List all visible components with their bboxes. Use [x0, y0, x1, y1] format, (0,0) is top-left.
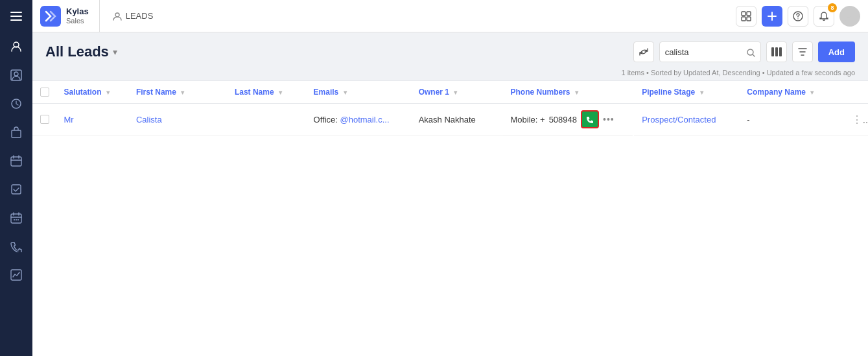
- header-emails[interactable]: Emails ▾: [306, 81, 411, 104]
- svg-point-21: [797, 18, 798, 19]
- sort-lastname-icon: ▾: [279, 89, 282, 96]
- add-button-nav[interactable]: [762, 6, 782, 27]
- main-area: Kylas Sales LEADS: [32, 0, 868, 356]
- nav-actions: 8: [736, 6, 860, 27]
- page-controls: Add: [633, 42, 855, 62]
- phone-more-button[interactable]: •••: [603, 114, 615, 125]
- hamburger-button[interactable]: [0, 0, 32, 32]
- search-box: [659, 42, 761, 62]
- svg-rect-16: [742, 12, 745, 16]
- filter-button[interactable]: [792, 42, 813, 62]
- cell-company: -: [739, 104, 844, 136]
- firstname-link[interactable]: Calista: [136, 115, 162, 125]
- grid-view-button[interactable]: [736, 6, 757, 27]
- header-checkbox-cell: [32, 81, 56, 104]
- svg-rect-9: [12, 185, 21, 194]
- sidebar-item-leads[interactable]: [0, 32, 32, 61]
- cell-owner: Akash Nakhate: [411, 104, 503, 136]
- sidebar-item-tasks[interactable]: [0, 175, 32, 204]
- brand-name: Kylas: [66, 6, 89, 17]
- top-nav: Kylas Sales LEADS: [32, 0, 868, 32]
- header-owner[interactable]: Owner 1 ▾: [411, 81, 503, 104]
- svg-rect-10: [11, 214, 21, 223]
- brand-text: Kylas Sales: [66, 6, 89, 25]
- svg-rect-0: [10, 12, 22, 13]
- search-input[interactable]: [665, 47, 743, 57]
- brand-logo: [40, 6, 61, 27]
- phone-label: Mobile: +: [511, 115, 545, 125]
- nav-module-label: LEADS: [100, 0, 167, 32]
- cell-firstname: Calista: [128, 104, 227, 136]
- sort-emails-icon: ▾: [344, 89, 347, 96]
- leads-table: Salutation ▾ First Name ▾ Last Name ▾: [32, 81, 868, 136]
- sort-company-icon: ▾: [810, 89, 814, 96]
- pipeline-value[interactable]: Prospect/Contacted: [642, 115, 716, 125]
- sidebar-item-contacts[interactable]: [0, 61, 32, 89]
- add-lead-button[interactable]: Add: [818, 42, 855, 62]
- sidebar: [0, 0, 32, 356]
- sort-salutation-icon: ▾: [106, 89, 110, 96]
- sort-pipeline-icon: ▾: [700, 89, 703, 96]
- header-company[interactable]: Company Name ▾: [739, 81, 844, 104]
- table-body: Mr Calista Office: @hotmail.c... Akash N…: [32, 104, 868, 136]
- header-firstname[interactable]: First Name ▾: [128, 81, 227, 104]
- cell-phone: Mobile: + 508948 •••: [503, 104, 633, 136]
- header-pipeline[interactable]: Pipeline Stage ▾: [634, 81, 739, 104]
- svg-point-5: [14, 72, 18, 76]
- page-title: All Leads: [45, 43, 109, 60]
- svg-rect-8: [11, 157, 21, 166]
- svg-rect-19: [747, 17, 751, 21]
- table-wrapper: Salutation ▾ First Name ▾ Last Name ▾: [32, 80, 868, 356]
- search-icon: [747, 47, 755, 56]
- row-actions-button[interactable]: ⋮: [852, 114, 868, 125]
- salutation-link[interactable]: Mr: [64, 115, 73, 125]
- svg-point-22: [847, 12, 852, 17]
- row-checkbox[interactable]: [40, 115, 49, 124]
- user-avatar[interactable]: [839, 6, 860, 27]
- help-button[interactable]: [788, 6, 808, 27]
- sidebar-item-activities[interactable]: [0, 147, 32, 175]
- brand-subtitle: Sales: [66, 17, 89, 25]
- email-label: Office:: [314, 115, 338, 125]
- svg-rect-26: [779, 47, 782, 56]
- select-all-checkbox[interactable]: [40, 88, 49, 97]
- content-area: All Leads ▾: [32, 32, 868, 356]
- svg-point-12: [16, 219, 17, 220]
- module-label-text: LEADS: [126, 11, 154, 21]
- svg-rect-17: [747, 12, 751, 16]
- header-phone[interactable]: Phone Numbers ▾: [503, 81, 635, 104]
- sort-phone-icon: ▾: [575, 89, 578, 96]
- sort-firstname-icon: ▾: [181, 89, 184, 96]
- svg-point-13: [18, 219, 19, 220]
- cell-pipeline: Prospect/Contacted: [634, 104, 739, 136]
- title-dropdown-icon[interactable]: ▾: [113, 47, 117, 57]
- table-row: Mr Calista Office: @hotmail.c... Akash N…: [32, 104, 868, 136]
- cell-row-actions: ⋮: [844, 104, 868, 136]
- sidebar-item-deals[interactable]: [0, 89, 32, 118]
- page-header: All Leads ▾: [32, 32, 868, 67]
- svg-rect-2: [10, 19, 22, 21]
- nav-module-icon: [113, 11, 122, 21]
- header-salutation[interactable]: Salutation ▾: [56, 81, 128, 104]
- svg-rect-18: [742, 17, 745, 21]
- status-bar: 1 items • Sorted by Updated At, Descendi…: [32, 67, 868, 80]
- cell-lastname: [227, 104, 306, 136]
- cell-salutation: Mr: [56, 104, 128, 136]
- header-actions: [844, 81, 868, 104]
- email-value[interactable]: @hotmail.c...: [340, 115, 390, 125]
- refresh-button[interactable]: [633, 42, 654, 62]
- sidebar-item-reports[interactable]: [0, 261, 32, 289]
- sidebar-item-companies[interactable]: [0, 118, 32, 147]
- svg-point-15: [115, 13, 119, 17]
- call-button[interactable]: [581, 110, 599, 128]
- bell-wrapper: 8: [814, 6, 834, 27]
- notification-badge: 8: [828, 3, 837, 12]
- sidebar-item-calendar[interactable]: [0, 204, 32, 232]
- row-checkbox-cell: [32, 104, 56, 136]
- svg-rect-24: [771, 47, 774, 56]
- sidebar-item-calls[interactable]: [0, 232, 32, 261]
- svg-rect-7: [12, 130, 21, 137]
- column-view-button[interactable]: [766, 42, 787, 62]
- svg-rect-1: [10, 16, 22, 17]
- header-lastname[interactable]: Last Name ▾: [227, 81, 306, 104]
